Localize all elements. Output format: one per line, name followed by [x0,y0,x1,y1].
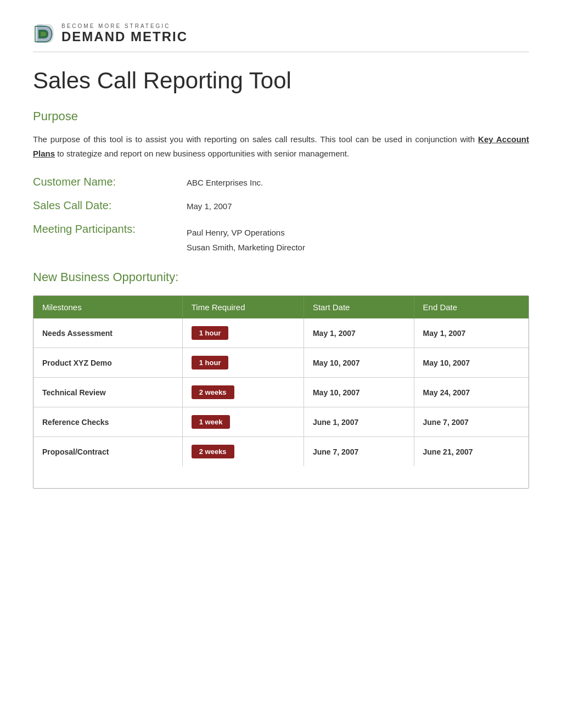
logo-section: Become More Strategic Demand Metric [33,22,529,52]
time-required-cell: 2 weeks [182,378,304,407]
meeting-participants-label: Meeting Participants: [33,223,187,236]
meeting-participants-row: Meeting Participants: Paul Henry, VP Ope… [33,223,529,255]
end-date-cell: May 1, 2007 [414,318,529,348]
page-title: Sales Call Reporting Tool [33,68,529,94]
start-date-cell: May 10, 2007 [304,348,414,378]
start-date-cell: May 10, 2007 [304,378,414,407]
table-row: Product XYZ Demo1 hourMay 10, 2007May 10… [33,348,529,378]
sales-call-date-label: Sales Call Date: [33,199,187,212]
time-required-cell: 1 week [182,407,304,437]
purpose-text: The purpose of this tool is to assist yo… [33,132,529,160]
page-container: Become More Strategic Demand Metric Sale… [0,0,562,522]
time-badge: 2 weeks [192,385,234,399]
table-row: Reference Checks1 weekJune 1, 2007June 7… [33,407,529,437]
time-badge: 1 week [192,415,231,429]
new-business-heading: New Business Opportunity: [33,270,529,284]
milestone-name-cell: Reference Checks [33,407,182,437]
purpose-heading: Purpose [33,109,529,124]
col-start-date: Start Date [304,296,414,318]
purpose-text-part2: to strategize and report on new business… [55,149,349,158]
end-date-cell: June 21, 2007 [414,437,529,467]
table-row: Technical Review2 weeksMay 10, 2007May 2… [33,378,529,407]
time-badge: 1 hour [192,356,229,369]
col-time-required: Time Required [182,296,304,318]
time-badge: 1 hour [192,326,229,340]
time-required-cell: 1 hour [182,318,304,348]
start-date-cell: June 7, 2007 [304,437,414,467]
end-date-cell: May 10, 2007 [414,348,529,378]
milestone-name-cell: Proposal/Contract [33,437,182,467]
milestone-name-cell: Product XYZ Demo [33,348,182,378]
participant-2: Susan Smith, Marketing Director [187,240,305,255]
logo-tagline: Become More Strategic [61,23,188,29]
sales-call-date-row: Sales Call Date: May 1, 2007 [33,199,529,212]
time-required-cell: 1 hour [182,348,304,378]
sales-call-date-value: May 1, 2007 [187,199,232,211]
milestones-table-wrapper: Milestones Time Required Start Date End … [33,295,529,489]
col-end-date: End Date [414,296,529,318]
col-milestones: Milestones [33,296,182,318]
purpose-text-part1: The purpose of this tool is to assist yo… [33,135,478,144]
milestone-name-cell: Needs Assessment [33,318,182,348]
milestones-table: Milestones Time Required Start Date End … [33,296,529,466]
table-row: Needs Assessment1 hourMay 1, 2007May 1, … [33,318,529,348]
customer-name-label: Customer Name: [33,176,187,188]
table-row: Proposal/Contract2 weeksJune 7, 2007June… [33,437,529,467]
logo-text-block: Become More Strategic Demand Metric [61,23,188,44]
table-body: Needs Assessment1 hourMay 1, 2007May 1, … [33,318,529,466]
customer-name-value: ABC Enterprises Inc. [187,176,263,187]
demand-metric-logo-icon [33,22,56,45]
start-date-cell: June 1, 2007 [304,407,414,437]
customer-name-row: Customer Name: ABC Enterprises Inc. [33,176,529,188]
start-date-cell: May 1, 2007 [304,318,414,348]
time-badge: 2 weeks [192,445,234,458]
table-header: Milestones Time Required Start Date End … [33,296,529,318]
end-date-cell: May 24, 2007 [414,378,529,407]
meeting-participants-value: Paul Henry, VP Operations Susan Smith, M… [187,223,305,255]
info-fields: Customer Name: ABC Enterprises Inc. Sale… [33,176,529,255]
milestone-name-cell: Technical Review [33,378,182,407]
table-header-row: Milestones Time Required Start Date End … [33,296,529,318]
participant-1: Paul Henry, VP Operations [187,225,305,240]
logo-name: Demand Metric [61,29,188,44]
end-date-cell: June 7, 2007 [414,407,529,437]
time-required-cell: 2 weeks [182,437,304,467]
